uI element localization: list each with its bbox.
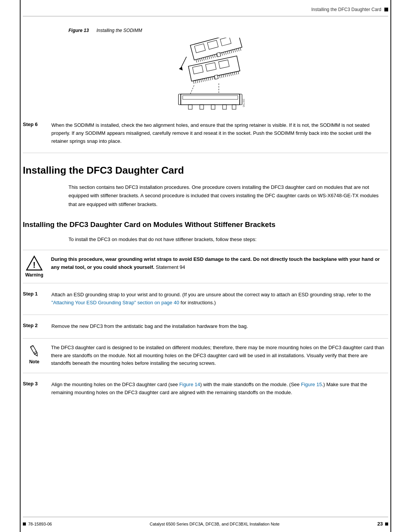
svg-line-35: [197, 80, 198, 83]
svg-line-8: [205, 57, 206, 60]
step1-text-after: for instructions.): [179, 300, 216, 305]
step1-link[interactable]: "Attaching Your ESD Grounding Strap" sec…: [51, 300, 179, 305]
step3-section: Step 3 Align the mounting holes on the D…: [23, 381, 388, 404]
svg-line-23: [233, 50, 234, 53]
figure-caption-text: Installing the SODIMM: [96, 28, 142, 33]
footer-right-square-icon: [385, 522, 388, 526]
svg-rect-65: [240, 94, 242, 105]
warning-triangle-icon: !: [26, 256, 43, 271]
svg-rect-58: [193, 66, 203, 74]
svg-line-17: [222, 53, 223, 56]
svg-line-36: [199, 80, 200, 83]
sub-section-heading: Installing the DFC3 Daughter Card on Mod…: [23, 220, 388, 230]
svg-line-56: [236, 72, 237, 75]
step2-content: Remove the new DFC3 from the antistatic …: [51, 323, 388, 331]
footer-right: 23: [378, 521, 388, 527]
page-header: Installing the DFC3 Daughter Card: [23, 0, 388, 16]
step3-content: Align the mounting holes on the DFC3 dau…: [51, 381, 388, 397]
step3-link-figure14[interactable]: Figure 14: [179, 382, 200, 387]
svg-line-10: [209, 56, 210, 59]
step1-content: Attach an ESD grounding strap to your wr…: [51, 291, 388, 307]
svg-line-57: [238, 71, 239, 74]
step6-content: When the SODIMM is installed, check the …: [51, 121, 388, 145]
page-footer: 78-15893-06 Catalyst 6500 Series DFC3A, …: [23, 517, 388, 532]
warning-icon-column: ! Warning: [23, 256, 46, 278]
note-icon-column: Note: [23, 344, 46, 364]
svg-rect-60: [218, 60, 229, 69]
svg-line-40: [206, 78, 207, 81]
svg-line-7: [204, 58, 204, 61]
page-number: 23: [378, 521, 383, 527]
step3-label: Step 3: [23, 381, 44, 397]
figure-number: Figure 13: [68, 28, 89, 33]
header-text: Installing the DFC3 Daughter Card: [311, 7, 381, 12]
svg-line-78: [34, 351, 37, 353]
main-section-heading: Installing the DFC3 Daughter Card: [23, 165, 388, 176]
svg-line-44: [214, 77, 215, 80]
svg-line-13: [214, 54, 215, 58]
note-box: Note The DFC3 daughter card is designed …: [23, 338, 388, 373]
svg-rect-67: [200, 105, 204, 109]
sodimm-diagram: 28736: [160, 38, 251, 114]
footer-doc-number: 78-15893-06: [28, 522, 52, 526]
svg-line-26: [238, 48, 239, 51]
main-section-intro: This section contains two DFC3 installat…: [68, 183, 388, 208]
svg-line-5: [200, 59, 201, 62]
step3-text-before: Align the mounting holes on the DFC3 dau…: [51, 382, 179, 387]
figure-section: Figure 13 Installing the SODIMM: [23, 28, 388, 114]
svg-rect-29: [207, 40, 218, 50]
svg-line-55: [234, 72, 235, 75]
header-title: Installing the DFC3 Daughter Card: [311, 7, 388, 12]
svg-line-9: [207, 57, 208, 60]
svg-text:!: !: [33, 260, 35, 270]
svg-line-41: [208, 78, 209, 81]
svg-rect-59: [206, 62, 216, 71]
step1-text-before: Attach an ESD grounding strap to your wr…: [51, 292, 371, 297]
svg-line-19: [225, 52, 226, 55]
svg-line-27: [240, 48, 241, 51]
figure-image: 28736: [160, 38, 251, 114]
svg-line-54: [233, 72, 233, 75]
svg-line-0: [181, 57, 186, 68]
svg-line-34: [195, 80, 196, 83]
svg-line-11: [211, 56, 212, 59]
step3-text-middle: ) with the male standoffs on the module.…: [200, 382, 301, 387]
svg-line-12: [213, 55, 213, 58]
svg-line-4: [198, 59, 199, 62]
svg-line-22: [231, 50, 232, 53]
svg-line-3: [196, 59, 197, 62]
svg-line-38: [203, 79, 204, 82]
svg-line-18: [224, 52, 225, 55]
svg-line-6: [202, 58, 202, 61]
svg-line-51: [227, 73, 228, 77]
svg-line-49: [223, 74, 224, 77]
step2-section: Step 2 Remove the new DFC3 from the anti…: [23, 323, 388, 331]
svg-line-39: [205, 78, 206, 81]
footer-center-text: Catalyst 6500 Series DFC3A, DFC3B, and D…: [150, 522, 279, 526]
svg-line-37: [201, 79, 202, 82]
sub-section-intro: To install the DFC3 on modules that do n…: [68, 235, 388, 244]
warning-box: ! Warning During this procedure, wear gr…: [23, 250, 388, 283]
warning-label: Warning: [25, 272, 43, 278]
step1-label: Step 1: [23, 291, 44, 307]
svg-line-24: [235, 49, 236, 52]
footer-center: Catalyst 6500 Series DFC3A, DFC3B, and D…: [150, 522, 279, 526]
warning-text: During this procedure, wear grounding wr…: [51, 256, 388, 272]
svg-rect-66: [188, 105, 192, 109]
note-text: The DFC3 daughter card is designed to be…: [51, 344, 388, 367]
step6-label: Step 6: [23, 121, 44, 145]
figure-caption: Figure 13 Installing the SODIMM: [68, 28, 142, 33]
svg-line-14: [216, 54, 217, 57]
svg-line-43: [212, 77, 213, 80]
diagram-number: 28736: [242, 99, 245, 107]
svg-rect-61: [215, 75, 218, 79]
svg-line-21: [229, 51, 230, 54]
svg-rect-28: [194, 44, 206, 53]
step2-label: Step 2: [23, 323, 44, 331]
step1-section: Step 1 Attach an ESD grounding strap to …: [23, 291, 388, 315]
svg-line-47: [220, 75, 220, 78]
step3-link-figure15[interactable]: Figure 15: [301, 382, 322, 387]
svg-line-52: [229, 73, 229, 76]
svg-rect-70: [232, 105, 236, 109]
svg-line-50: [225, 74, 226, 77]
